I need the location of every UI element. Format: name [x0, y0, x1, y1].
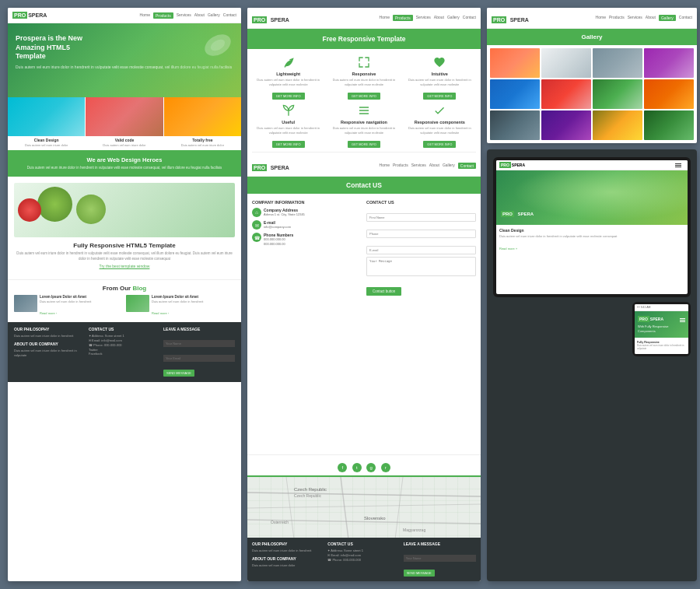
features-header-title: Free Responsive Template	[252, 35, 476, 43]
col2-nav-gallery[interactable]: Gallery	[447, 15, 460, 21]
col3-nav-home[interactable]: Home	[596, 15, 606, 21]
nav-link-contact[interactable]: Contact	[223, 12, 236, 19]
tablet-read-more[interactable]: Read more »	[499, 247, 517, 251]
blog-content-1: Lorem Ipsum Dolor sit Amet Duis autem ve…	[40, 295, 123, 317]
rss-icon[interactable]: r	[381, 463, 390, 472]
col2-nav-contact[interactable]: Contact	[463, 15, 476, 21]
col2-footer-name-input[interactable]	[404, 555, 476, 562]
nav-link-about[interactable]: About	[194, 12, 205, 19]
nav-link-gallery[interactable]: Gallery	[208, 12, 220, 19]
col3-nav-products[interactable]: Products	[609, 15, 625, 21]
thumb-item-2: Valid code Duis autem vel eum iriure dol…	[86, 97, 163, 150]
contact-submit-btn[interactable]: Contact button	[366, 287, 401, 296]
col3-nav-gallery[interactable]: Gallery	[659, 15, 676, 21]
col2-nav-about[interactable]: About	[434, 15, 444, 21]
form-email[interactable]	[366, 246, 476, 254]
phone-hamburger-icon[interactable]	[680, 318, 685, 322]
try-link[interactable]: Try the best template window	[14, 264, 235, 268]
thumb-desc-1: Duis autem vel eum iriure dolor	[23, 143, 70, 150]
gallery-thumb-9[interactable]	[490, 110, 540, 140]
col2-footer-submit-btn[interactable]: SEND MESSAGE	[404, 570, 435, 577]
feature-desc-6: Duis autem vel eum iriure dolor in hendr…	[404, 126, 476, 135]
col2-nav2-services[interactable]: Services	[411, 163, 426, 169]
gallery-header-title: Gallery	[492, 33, 692, 40]
feature-btn-3[interactable]: GET MORE INFO	[423, 93, 456, 100]
google-icon[interactable]: g	[366, 463, 376, 472]
nav-link-services[interactable]: Services	[177, 12, 191, 19]
col2-nav2-products[interactable]: Products	[393, 163, 408, 169]
gallery-thumb-1[interactable]	[490, 48, 540, 78]
phone-row: ••• 9:41 AM PRO SPERA	[493, 302, 691, 356]
nav-link-home[interactable]: Home	[140, 12, 150, 19]
feature-btn-4[interactable]: GET MORE INFO	[272, 141, 305, 148]
feature-btn-5[interactable]: GET MORE INFO	[348, 141, 380, 148]
col2-nav-home[interactable]: Home	[380, 15, 390, 21]
footer-facebook[interactable]: Facebook	[89, 352, 160, 356]
footer-message-title: LEAVE A MESSAGE	[163, 327, 235, 331]
col2-footer-message-title: LEAVE A MESSAGE	[404, 542, 476, 546]
col2-footer-contact: CONTACT US ✦ Address: Some street 1 ✉ Em…	[327, 542, 400, 577]
feature-name-6: Responsive components	[404, 120, 476, 124]
footer-email-input[interactable]	[163, 355, 235, 362]
blog-thumb-2	[126, 295, 149, 312]
features-divider	[252, 152, 476, 153]
col2-nav2-about[interactable]: About	[429, 163, 439, 169]
feature-btn-1[interactable]: GET MORE INFO	[272, 93, 305, 100]
address-icon: ⌂	[252, 208, 261, 217]
gallery-grid	[487, 45, 697, 143]
footer-name-input[interactable]	[163, 340, 235, 347]
nav-link-products[interactable]: Products	[153, 12, 173, 19]
footer-submit-btn[interactable]: SEND MESSAGE	[163, 370, 194, 377]
fruit-section: Fully Responsive HTML5 Template Duis aut…	[8, 177, 241, 279]
thumb-desc-2: Duis autem vel eum iriure dolor	[100, 143, 148, 150]
gallery-thumb-2[interactable]	[541, 48, 591, 78]
facebook-icon[interactable]: f	[338, 463, 347, 472]
contact-address-text: Company Address Adresa 1 st. City, State…	[264, 208, 305, 217]
phone-mockup: ••• 9:41 AM PRO SPERA	[632, 302, 691, 356]
feature-name-3: Intuitive	[404, 72, 476, 76]
col1-nav: PRO SPERA Home Products Services About G…	[8, 8, 241, 23]
twitter-icon[interactable]: t	[352, 463, 362, 472]
form-message[interactable]	[366, 257, 476, 276]
col3-nav-contact[interactable]: Contact	[679, 15, 692, 21]
tablet-nav: PRO SPERA	[496, 160, 688, 170]
col2-nav-products[interactable]: Products	[393, 15, 413, 21]
footer-about-title: ABOUT OUR COMPANY	[14, 342, 86, 346]
thumb-caption-1: Clean Design	[34, 136, 59, 143]
blog-read-more-2[interactable]: Read more ›	[152, 311, 169, 315]
phone-brand-text: SPERA	[650, 317, 663, 321]
form-phone[interactable]	[366, 230, 476, 238]
form-firstname[interactable]	[366, 213, 476, 222]
col2-nav2-home[interactable]: Home	[380, 163, 390, 169]
col2-nav2-gallery[interactable]: Gallery	[443, 163, 455, 169]
email-icon: ✉	[252, 220, 261, 230]
tablet-mockup: PRO SPERA PRO SPERA	[493, 157, 691, 297]
gallery-thumb-10[interactable]	[541, 110, 591, 140]
blog-read-more-1[interactable]: Read more ›	[40, 311, 57, 315]
fruit-image	[14, 183, 235, 237]
tablet-hamburger[interactable]	[675, 163, 681, 167]
gallery-thumb-11[interactable]	[593, 110, 642, 140]
gallery-thumb-3[interactable]	[593, 48, 642, 78]
hero-heading: Prospera is the New Amazing HTML5 Templa…	[16, 34, 233, 61]
gallery-thumb-7[interactable]	[593, 79, 642, 109]
feature-btn-2[interactable]: GET MORE INFO	[348, 93, 380, 100]
kiwi-1	[37, 187, 72, 222]
tablet-brand: PRO SPERA	[501, 205, 534, 219]
footer-philosophy: OUR PHILOSOPHY Duis autem vel eum iriure…	[14, 327, 86, 377]
col2-footer-about-text: Duis autem vel eum iriure dolor	[252, 563, 324, 568]
col2-nav2-contact[interactable]: Contact	[458, 163, 476, 169]
col2-nav-services[interactable]: Services	[416, 15, 431, 21]
col3-nav-services[interactable]: Services	[628, 15, 642, 21]
feature-btn-6[interactable]: GET MORE INFO	[423, 141, 456, 148]
feature-name-5: Responsive navigation	[327, 120, 400, 124]
gallery-thumb-4[interactable]	[644, 48, 694, 78]
gallery-thumb-8[interactable]	[644, 79, 694, 109]
blog-post-title-1: Lorem Ipsum Dolor sit Amet	[40, 295, 123, 299]
feature-responsive: Responsive Duis autem vel eum iriure dol…	[327, 55, 400, 100]
phone-brand: PRO SPERA	[638, 316, 663, 322]
gallery-thumb-6[interactable]	[541, 79, 591, 109]
gallery-thumb-5[interactable]	[490, 79, 540, 109]
gallery-thumb-12[interactable]	[644, 110, 694, 140]
col3-nav-about[interactable]: About	[646, 15, 656, 21]
